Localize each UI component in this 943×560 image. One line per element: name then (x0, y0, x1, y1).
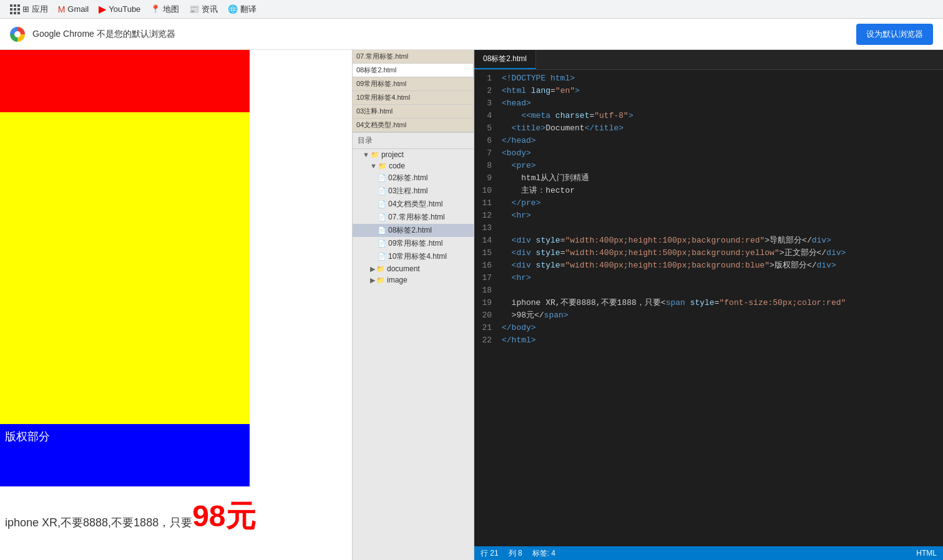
file-icon-04: 📄 (378, 200, 386, 208)
line-content: <div style="width:400px;height:100px;bac… (499, 234, 943, 247)
code-line: 20 >98元</span> (474, 309, 943, 322)
code-editor[interactable]: 1<!DOCTYPE html>2<html lang="en">3<head>… (474, 70, 943, 546)
main-layout: 版权部分 iphone XR,不要8888,不要1888，只要98元 07.常用… (0, 50, 943, 560)
tree-item-project[interactable]: ▼ 📁 project (353, 149, 474, 160)
preview-price-text: iphone XR,不要8888,不要1888，只要 (5, 516, 192, 529)
tree-arrow-image: ▶ (370, 276, 375, 284)
folder-document-icon: 📁 (376, 265, 385, 273)
line-content: >98元</span> (499, 309, 943, 322)
code-line: 4 <<meta charset="utf-8"> (474, 110, 943, 122)
line-content: <div style="width:400px;height:100px;bac… (499, 259, 943, 272)
tree-arrow-document: ▶ (370, 265, 375, 273)
file-tab-09[interactable]: 09常用标签.html (353, 77, 474, 91)
preview-footer-div: 版权部分 (0, 424, 250, 486)
line-number: 3 (474, 97, 499, 110)
gmail-label: Gmail (67, 4, 89, 14)
line-content (499, 284, 943, 297)
tree-item-file-08[interactable]: 📄 08标签2.html (353, 224, 474, 237)
file-tab-07[interactable]: 07.常用标签.html (353, 50, 474, 64)
tree-item-document[interactable]: ▶ 📁 document (353, 263, 474, 274)
chrome-default-bar: Google Chrome 不是您的默认浏览器 设为默认浏览器 (0, 19, 943, 50)
svg-rect-7 (14, 12, 16, 14)
tree-item-file-07[interactable]: 📄 07.常用标签.html (353, 211, 474, 224)
tree-item-file-04[interactable]: 📄 04文档类型.html (353, 198, 474, 211)
chrome-logo-icon (10, 27, 25, 42)
svg-rect-8 (17, 12, 20, 14)
file-tab-10[interactable]: 10常用标签4.html (353, 91, 474, 105)
preview-panel: 版权部分 iphone XR,不要8888,不要1888，只要98元 (0, 50, 353, 560)
line-content (499, 222, 943, 234)
code-line: 5 <title>Document</title> (474, 122, 943, 135)
line-number: 8 (474, 160, 499, 172)
folder-code-icon: 📁 (378, 162, 387, 170)
file-icon-08: 📄 (378, 226, 386, 234)
file-tab-04[interactable]: 04文档类型.html (353, 118, 474, 132)
code-line: 12 <hr> (474, 210, 943, 222)
set-default-button[interactable]: 设为默认浏览器 (856, 24, 933, 45)
code-line: 3<head> (474, 97, 943, 110)
code-editor-container: 08标签2.html 1<!DOCTYPE html>2<html lang="… (474, 50, 943, 560)
file-icon-07: 📄 (378, 213, 386, 221)
info-icon: 📰 (189, 4, 199, 14)
line-content: <title>Document</title> (499, 122, 943, 135)
tree-item-file-10[interactable]: 📄 10常用标签4.html (353, 250, 474, 263)
status-col: 列 8 (509, 548, 522, 559)
code-line: 11 </pre> (474, 197, 943, 210)
status-line: 行 21 (481, 548, 499, 559)
info-label: 资讯 (202, 4, 218, 15)
code-line: 6</head> (474, 135, 943, 147)
svg-rect-3 (10, 8, 12, 11)
folder-icon: 📁 (371, 151, 379, 159)
line-content: iphone XR,不要8888,不要1888，只要<span style="f… (499, 297, 943, 309)
apps-button[interactable]: ⊞ 应用 (5, 1, 53, 17)
code-line: 13 (474, 222, 943, 234)
translate-nav-item[interactable]: 🌐 翻译 (223, 1, 261, 17)
tree-item-file-03[interactable]: 📄 03注程.html (353, 185, 474, 198)
file-explorer-header: 目录 (353, 133, 474, 149)
svg-rect-6 (10, 12, 12, 14)
line-number: 7 (474, 147, 499, 160)
tree-arrow-project: ▼ (363, 151, 369, 158)
line-number: 5 (474, 122, 499, 135)
file-tab-03[interactable]: 03注释.html (353, 105, 474, 118)
tree-item-file-09[interactable]: 📄 09常用标签.html (353, 237, 474, 250)
youtube-nav-item[interactable]: ▶ YouTube (94, 1, 145, 17)
line-number: 16 (474, 259, 499, 272)
folder-image-icon: 📁 (376, 276, 385, 284)
line-content: <hr> (499, 272, 943, 284)
tree-arrow-code: ▼ (370, 162, 377, 170)
line-content: </pre> (499, 197, 943, 210)
line-content: html从入门到精通 (499, 172, 943, 185)
line-content: <div style="width:400px;height:500px;bac… (499, 247, 943, 259)
editor-status-bar: 行 21 列 8 标签: 4 HTML (474, 546, 943, 560)
translate-label: 翻译 (240, 4, 257, 15)
line-content: <hr> (499, 210, 943, 222)
tree-item-image[interactable]: ▶ 📁 image (353, 274, 474, 286)
code-line: 2<html lang="en"> (474, 85, 943, 97)
chrome-default-message: Google Chrome 不是您的默认浏览器 (32, 29, 849, 40)
code-line: 17 <hr> (474, 272, 943, 284)
preview-nav-div (0, 50, 250, 112)
youtube-icon: ▶ (99, 3, 106, 15)
line-number: 2 (474, 85, 499, 97)
tree-item-code[interactable]: ▼ 📁 code (353, 160, 474, 171)
file-tab-08[interactable]: 08标签2.html (353, 64, 474, 77)
maps-nav-item[interactable]: 📍 地图 (145, 1, 184, 17)
line-number: 11 (474, 197, 499, 210)
info-nav-item[interactable]: 📰 资讯 (184, 1, 223, 17)
line-content: <!DOCTYPE html> (499, 72, 943, 85)
line-number: 18 (474, 284, 499, 297)
line-content: <html lang="en"> (499, 85, 943, 97)
gmail-nav-item[interactable]: M Gmail (53, 2, 94, 17)
editor-tab-bar: 08标签2.html (474, 50, 943, 70)
svg-rect-1 (14, 4, 16, 7)
line-number: 13 (474, 222, 499, 234)
code-line: 21</body> (474, 322, 943, 334)
file-explorer: 07.常用标签.html 08标签2.html 09常用标签.html 10常用… (353, 50, 474, 560)
editor-tab-active[interactable]: 08标签2.html (474, 50, 536, 69)
maps-label: 地图 (163, 4, 179, 15)
svg-rect-2 (17, 4, 20, 7)
line-content: </head> (499, 135, 943, 147)
tree-item-file-02[interactable]: 📄 02标签.html (353, 171, 474, 185)
code-line: 16 <div style="width:400px;height:100px;… (474, 259, 943, 272)
